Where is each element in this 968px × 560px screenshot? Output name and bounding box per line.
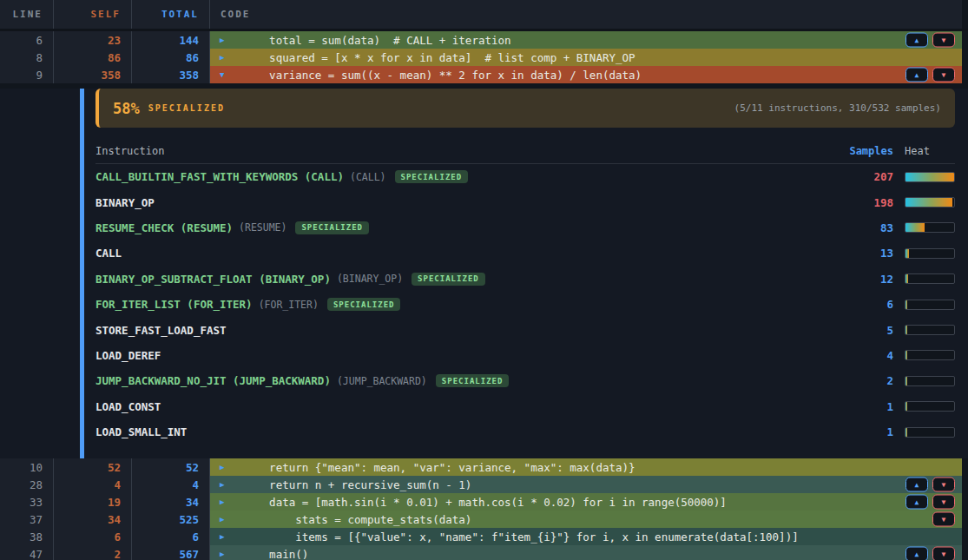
samples-value: 13	[833, 247, 893, 260]
jump-down-button[interactable]: ▼	[932, 478, 955, 492]
instruction-row: RESUME_CHECK (RESUME) (RESUME) SPECIALIZ…	[95, 215, 955, 240]
instruction-name-wrap: CALL	[95, 247, 833, 260]
expander-icon[interactable]: ▶	[220, 481, 232, 489]
specialized-badge: SPECIALIZED	[436, 374, 510, 387]
samples-value: 4	[833, 349, 893, 362]
specialized-badge: SPECIALIZED	[412, 273, 485, 286]
column-header-samples[interactable]: Samples	[833, 145, 893, 157]
heat-bar	[905, 197, 955, 208]
total-samples-cell: 358	[132, 66, 210, 83]
jump-up-button[interactable]: ▲	[905, 478, 928, 492]
code-text: main()	[243, 548, 308, 560]
code-cell[interactable]: ▶ return n + recursive_sum(n - 1) ▲ ▼	[210, 476, 962, 493]
column-header-self[interactable]: SELF	[54, 0, 132, 29]
row-buttons: ▲ ▼	[905, 495, 955, 510]
instruction-base-name: (BINARY_OP)	[337, 273, 403, 285]
line-number-cell: 6	[0, 31, 54, 49]
instruction-name: FOR_ITER_LIST (FOR_ITER)	[95, 298, 253, 311]
self-samples-cell: 86	[54, 49, 132, 66]
total-samples-cell: 86	[132, 49, 210, 66]
jump-down-button[interactable]: ▼	[932, 512, 955, 527]
total-samples-cell: 567	[132, 545, 210, 560]
heat-bar	[905, 222, 955, 233]
row-buttons: ▲ ▼	[905, 547, 955, 560]
code-cell[interactable]: ▶ return {"mean": mean, "var": variance,…	[210, 458, 962, 476]
code-text: return n + recursive_sum(n - 1)	[243, 478, 471, 491]
heat-bar	[905, 273, 955, 284]
code-cell[interactable]: ▶ squared = [x * x for x in data] # list…	[210, 49, 962, 66]
instruction-name: CALL_BUILTIN_FAST_WITH_KEYWORDS (CALL)	[95, 170, 344, 183]
code-cell[interactable]: ▶ total = sum(data) # CALL + iteration ▲…	[210, 31, 962, 49]
row-right-gutter	[962, 66, 968, 83]
specialized-badge: SPECIALIZED	[327, 298, 401, 311]
instruction-name-wrap: LOAD_DEREF	[95, 349, 833, 362]
total-samples-cell: 6	[132, 528, 210, 545]
specialization-detail: (5/11 instructions, 310/532 samples)	[734, 102, 941, 114]
total-samples-cell: 52	[132, 458, 210, 476]
row-right-gutter	[962, 493, 968, 511]
code-cell[interactable]: ▶ stats = compute_stats(data) ▲ ▼	[210, 511, 962, 528]
instruction-name-wrap: BINARY_OP_SUBTRACT_FLOAT (BINARY_OP) (BI…	[95, 273, 833, 286]
row-buttons: ▲ ▼	[905, 50, 955, 65]
row-buttons: ▲ ▼	[905, 68, 955, 82]
jump-down-button[interactable]: ▼	[932, 495, 955, 510]
instruction-table-header: Instruction Samples Heat	[95, 139, 955, 164]
code-cell[interactable]: ▼ variance = sum((x - mean) ** 2 for x i…	[210, 66, 962, 83]
table-row: 28 4 4 ▶ return n + recursive_sum(n - 1)…	[0, 476, 968, 493]
jump-up-button[interactable]: ▲	[905, 68, 928, 82]
expander-icon[interactable]: ▶	[220, 516, 232, 524]
instruction-name: CALL	[95, 247, 122, 260]
samples-value: 1	[833, 425, 893, 438]
row-right-gutter	[962, 528, 968, 545]
table-row: 8 86 86 ▶ squared = [x * x for x in data…	[0, 49, 968, 66]
heat-bar-fill	[905, 300, 907, 309]
expander-icon[interactable]: ▶	[220, 36, 232, 44]
table-row: 37 34 525 ▶ stats = compute_stats(data) …	[0, 511, 968, 528]
expander-icon[interactable]: ▶	[220, 533, 232, 541]
code-text: stats = compute_stats(data)	[243, 513, 471, 526]
column-header-heat[interactable]: Heat	[905, 145, 955, 157]
jump-down-button[interactable]: ▼	[932, 547, 955, 560]
line-number-cell: 28	[0, 476, 54, 493]
total-samples-cell: 4	[132, 476, 210, 493]
instruction-name-wrap: LOAD_SMALL_INT	[95, 425, 833, 438]
column-header-code[interactable]: CODE	[210, 0, 962, 29]
expander-icon[interactable]: ▶	[220, 464, 232, 471]
heat-bar	[905, 350, 955, 360]
self-samples-cell: 34	[54, 511, 132, 528]
table-row: 38 6 6 ▶ items = [{"value": x, "name": f…	[0, 528, 968, 545]
panel-content: 58% SPECIALIZED (5/11 instructions, 310/…	[95, 89, 955, 445]
row-right-gutter	[962, 476, 968, 493]
self-samples-cell: 2	[54, 545, 132, 560]
instruction-row: LOAD_CONST 1	[95, 394, 955, 419]
jump-down-button[interactable]: ▼	[932, 68, 955, 82]
expander-icon[interactable]: ▼	[220, 71, 232, 79]
instruction-base-name: (JUMP_BACKWARD)	[337, 375, 427, 387]
code-rows-bottom: 10 52 52 ▶ return {"mean": mean, "var": …	[0, 458, 968, 560]
code-cell[interactable]: ▶ data = [math.sin(i * 0.01) + math.cos(…	[210, 493, 962, 511]
instruction-row: STORE_FAST_LOAD_FAST 5	[95, 317, 955, 342]
line-number-cell: 37	[0, 511, 54, 528]
heat-bar	[905, 325, 955, 335]
instruction-row: BINARY_OP 198	[95, 189, 955, 214]
heat-bar-fill	[905, 377, 907, 385]
column-header-total[interactable]: TOTAL	[132, 0, 210, 29]
code-cell[interactable]: ▶ main() ▲ ▼	[210, 545, 962, 560]
line-number-cell: 10	[0, 458, 54, 476]
expander-icon[interactable]: ▶	[220, 498, 232, 506]
heat-bar-fill	[905, 274, 908, 283]
jump-up-button[interactable]: ▲	[905, 33, 928, 48]
heat-bar	[905, 300, 955, 310]
jump-down-button[interactable]: ▼	[932, 33, 955, 48]
code-cell[interactable]: ▶ items = [{"value": x, "name": f"item_{…	[210, 528, 962, 545]
self-samples-cell: 19	[54, 493, 132, 511]
jump-up-button[interactable]: ▲	[905, 495, 928, 510]
jump-up-button[interactable]: ▲	[905, 547, 928, 560]
column-header-line[interactable]: LINE	[0, 0, 54, 29]
line-number-cell: 8	[0, 49, 54, 66]
self-samples-cell: 52	[54, 458, 132, 476]
column-header-instruction[interactable]: Instruction	[95, 145, 833, 157]
expander-icon[interactable]: ▶	[220, 54, 232, 62]
expander-icon[interactable]: ▶	[220, 550, 232, 558]
instruction-name: LOAD_DEREF	[95, 349, 161, 362]
